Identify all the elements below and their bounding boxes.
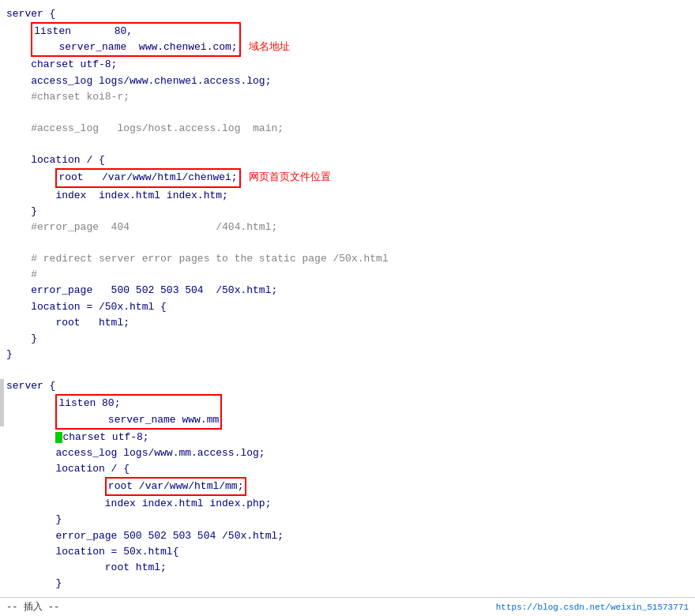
code-line-25-26: listen 80; server_name www.mm [0, 394, 695, 429]
code-line-4: charset utf-8; [0, 57, 695, 73]
code-line-20: root html; [0, 315, 695, 331]
root-box-2: root /var/www/html/mm; [105, 477, 247, 496]
code-line-11: root /var/www/html/chenwei;网页首页文件位置 [0, 168, 695, 187]
code-line-2: listen 80, server_name www.chenwei.com;域… [0, 22, 695, 57]
code-line-34: location = 50x.html{ [0, 544, 695, 560]
redirect-keyword: redirect [43, 253, 92, 265]
code-line-15 [0, 235, 695, 251]
code-line-7 [0, 105, 695, 121]
code-line-13: } [0, 204, 695, 220]
code-line-32: } [0, 512, 695, 528]
root-box-1: root /var/www/html/chenwei; [55, 168, 240, 187]
code-line-16: # redirect server error pages to the sta… [0, 251, 695, 267]
code-line-36: } [0, 576, 695, 592]
code-line-35: root html; [0, 560, 695, 576]
code-line-28: access_log logs/www.mm.access.log; [0, 445, 695, 461]
code-line-27: charset utf-8; [0, 430, 695, 445]
code-line-17: # [0, 267, 695, 283]
code-line-19: location = /50x.html { [0, 299, 695, 315]
code-line-24: server { [0, 378, 695, 394]
code-line-12: index index.html index.htm; [0, 188, 695, 204]
code-line-31: index index.html index.php; [0, 496, 695, 512]
code-line-5: access_log logs/www.chenwei.access.log; [0, 73, 695, 89]
code-line-33: error_page 500 502 503 504 /50x.html; [0, 528, 695, 544]
code-line-6: #charset koi8-r; [0, 89, 695, 105]
annotation-root: 网页首页文件位置 [249, 171, 331, 182]
insert-mode-label: -- 插入 -- [6, 600, 59, 614]
code-line-22: } [0, 347, 695, 362]
code-line-30: root /var/www/html/mm; [0, 477, 695, 496]
domain-box: listen 80, server_name www.chenwei.com; [31, 22, 240, 57]
cursor-indicator [55, 432, 62, 443]
code-line-14: #error_page 404 /404.html; [0, 220, 695, 235]
code-line-18: error_page 500 502 503 504 /50x.html; [0, 283, 695, 299]
code-line-23 [0, 362, 695, 378]
code-line-29: location / { [0, 461, 695, 477]
code-line-21: } [0, 331, 695, 347]
annotation-domain: 域名地址 [249, 40, 290, 52]
bottom-bar: -- 插入 -- https://blog.csdn.net/weixin_51… [0, 597, 695, 616]
csdn-link[interactable]: https://blog.csdn.net/weixin_51573771 [496, 603, 689, 612]
left-indicator [0, 379, 4, 426]
code-line-9 [0, 137, 695, 152]
domain-box-2: listen 80; server_name www.mm [55, 394, 222, 429]
code-line-1: server { [0, 6, 695, 22]
code-line-10: location / { [0, 152, 695, 168]
code-line-8: #access_log logs/host.access.log main; [0, 121, 695, 137]
code-editor: server { listen 80, server_name www.chen… [0, 0, 695, 598]
